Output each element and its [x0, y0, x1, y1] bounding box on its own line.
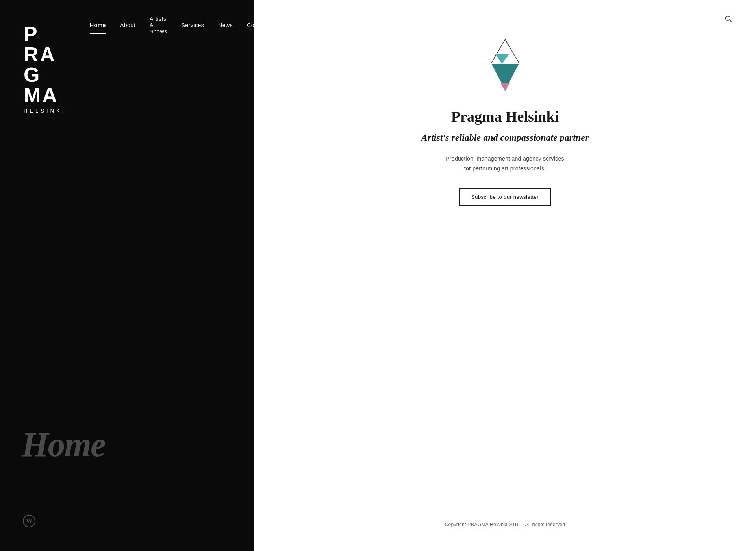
svg-line-1	[730, 20, 732, 22]
copyright-text: Copyright PRAGMA Helsinki 2019 – All rig…	[445, 522, 565, 527]
nav-home[interactable]: Home	[83, 18, 113, 32]
left-panel: Home About Artists & Shows Services News…	[0, 0, 254, 551]
logo-subtitle: HELSINKI	[24, 108, 66, 114]
site-tagline: Artist's reliable and compassionate part…	[421, 132, 589, 143]
main-nav: Home About Artists & Shows Services News…	[0, 0, 254, 39]
svg-marker-6	[495, 54, 509, 64]
wp-circle-icon[interactable]: W	[23, 515, 35, 527]
wordpress-icon[interactable]: W	[23, 515, 35, 527]
home-heading: Home	[22, 425, 105, 464]
page-title: Home	[22, 425, 105, 464]
site-title: Pragma Helsinki	[451, 108, 559, 125]
nav-about[interactable]: About	[113, 18, 143, 32]
site-description: Production, management and agency servic…	[446, 154, 564, 174]
pragma-logo-svg	[474, 31, 537, 94]
svg-marker-5	[500, 83, 510, 91]
nav-finnish[interactable]: Finnish	[274, 18, 308, 32]
nav-news[interactable]: News	[211, 18, 240, 32]
newsletter-button[interactable]: Subscribe to our newsletter	[459, 188, 551, 206]
svg-point-0	[726, 16, 730, 21]
logo-graphic	[474, 31, 537, 96]
nav-artists-shows[interactable]: Artists & Shows	[143, 12, 174, 39]
search-icon	[724, 15, 732, 23]
right-panel: Pragma Helsinki Artist's reliable and co…	[254, 0, 756, 551]
nav-services[interactable]: Services	[174, 18, 211, 32]
nav-contact[interactable]: Contact	[240, 18, 274, 32]
search-button[interactable]	[724, 15, 732, 24]
